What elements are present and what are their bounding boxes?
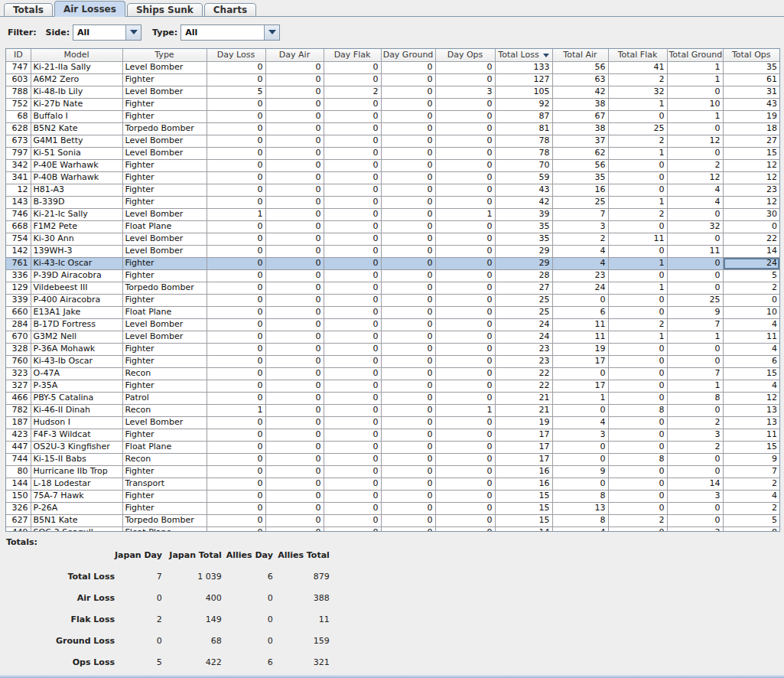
table-cell[interactable]: 0 xyxy=(207,526,265,532)
table-cell[interactable]: 0 xyxy=(381,98,435,110)
table-cell[interactable]: 423 xyxy=(6,429,31,441)
table-cell[interactable]: 80 xyxy=(6,465,31,478)
table-cell[interactable]: 0 xyxy=(207,233,265,245)
table-cell[interactable]: 0 xyxy=(552,441,608,453)
table-cell[interactable]: 746 xyxy=(6,208,31,220)
table-cell[interactable]: 0 xyxy=(324,490,381,502)
table-cell[interactable]: Torpedo Bomber xyxy=(122,282,207,294)
table-cell[interactable]: Fighter xyxy=(122,269,207,282)
table-cell[interactable]: Hudson I xyxy=(31,416,122,429)
table-cell[interactable]: 0 xyxy=(265,416,324,429)
table-cell[interactable]: 0 xyxy=(324,306,381,318)
table-cell[interactable]: 0 xyxy=(381,159,435,171)
table-cell[interactable]: 0 xyxy=(435,441,495,453)
table-cell[interactable]: 14 xyxy=(667,478,723,490)
table-cell[interactable]: Ki-27b Nate xyxy=(31,98,122,110)
table-cell[interactable]: 0 xyxy=(608,478,667,490)
table-cell[interactable]: 4 xyxy=(723,343,779,355)
table-cell[interactable]: 4 xyxy=(667,196,723,208)
table-cell[interactable]: 62 xyxy=(552,147,608,159)
table-cell[interactable]: 0 xyxy=(207,171,265,184)
table-cell[interactable]: 4 xyxy=(667,184,723,196)
table-cell[interactable]: Level Bomber xyxy=(122,416,207,429)
table-cell[interactable]: 0 xyxy=(381,441,435,453)
table-cell[interactable]: 0 xyxy=(207,392,265,404)
table-cell[interactable]: 7 xyxy=(552,208,608,220)
table-row[interactable]: 627B5N1 KateTorpedo Bomber00000158205 xyxy=(6,514,779,526)
table-cell[interactable]: 0 xyxy=(324,269,381,282)
table-cell[interactable]: 1 xyxy=(667,331,723,343)
table-cell[interactable]: 0 xyxy=(265,453,324,465)
table-cell[interactable]: 1 xyxy=(207,404,265,416)
table-cell[interactable]: 0 xyxy=(608,441,667,453)
table-cell[interactable]: 0 xyxy=(435,514,495,526)
table-row[interactable]: 670G3M2 NellLevel Bomber0000024111111 xyxy=(6,331,779,343)
table-cell[interactable]: 0 xyxy=(435,526,495,532)
table-row[interactable]: 628B5N2 KateTorpedo Bomber00000813825018 xyxy=(6,122,779,135)
table-cell[interactable]: 0 xyxy=(552,453,608,465)
table-cell[interactable]: 4 xyxy=(552,416,608,429)
table-cell[interactable]: 9 xyxy=(552,465,608,478)
table-cell[interactable]: 0 xyxy=(667,233,723,245)
table-cell[interactable]: 0 xyxy=(324,478,381,490)
tab-air-losses[interactable]: Air Losses xyxy=(54,1,125,17)
table-cell[interactable]: P-400 Airacobra xyxy=(31,294,122,306)
table-cell[interactable]: 12 xyxy=(6,184,31,196)
table-cell[interactable]: 0 xyxy=(265,478,324,490)
table-cell[interactable]: 2 xyxy=(608,514,667,526)
table-cell[interactable]: Float Plane xyxy=(122,306,207,318)
table-row[interactable]: 144L-18 LodestarTransport000001600142 xyxy=(6,478,779,490)
table-cell[interactable]: 0 xyxy=(207,465,265,478)
table-row[interactable]: 447OS2U-3 KingfisherFloat Plane000001700… xyxy=(6,441,779,453)
table-cell[interactable]: 4 xyxy=(723,380,779,392)
table-cell[interactable]: 21 xyxy=(495,392,552,404)
table-cell[interactable]: 0 xyxy=(324,343,381,355)
table-cell[interactable]: 5 xyxy=(723,514,779,526)
table-cell[interactable]: 14 xyxy=(723,245,779,257)
table-cell[interactable]: 2 xyxy=(667,441,723,453)
table-cell[interactable]: 323 xyxy=(6,367,31,380)
table-cell[interactable]: 0 xyxy=(435,282,495,294)
table-cell[interactable]: 0 xyxy=(435,245,495,257)
table-cell[interactable]: 0 xyxy=(667,282,723,294)
table-cell[interactable]: 0 xyxy=(435,331,495,343)
table-cell[interactable]: 0 xyxy=(265,380,324,392)
table-cell[interactable]: 14 xyxy=(495,526,552,532)
table-cell[interactable]: 12 xyxy=(723,171,779,184)
table-cell[interactable]: 2 xyxy=(723,478,779,490)
table-cell[interactable]: Vildebeest III xyxy=(31,282,122,294)
table-cell[interactable]: 2 xyxy=(723,502,779,514)
table-cell[interactable]: 0 xyxy=(435,196,495,208)
table-cell[interactable]: 4 xyxy=(552,245,608,257)
table-cell[interactable]: 4 xyxy=(552,257,608,269)
table-cell[interactable]: 0 xyxy=(667,465,723,478)
table-cell[interactable]: 0 xyxy=(667,147,723,159)
table-cell[interactable]: 0 xyxy=(324,135,381,147)
table-cell[interactable]: 92 xyxy=(495,98,552,110)
table-cell[interactable]: A6M2 Zero xyxy=(31,73,122,86)
table-cell[interactable]: 0 xyxy=(324,380,381,392)
table-row[interactable]: 68Buffalo IFighter0000087670119 xyxy=(6,110,779,122)
table-cell[interactable]: 0 xyxy=(435,429,495,441)
table-cell[interactable]: 0 xyxy=(324,514,381,526)
column-header-total-ground[interactable]: Total Ground xyxy=(667,49,723,61)
table-cell[interactable]: 19 xyxy=(495,416,552,429)
table-cell[interactable]: 0 xyxy=(608,171,667,184)
table-cell[interactable]: 35 xyxy=(495,220,552,233)
table-cell[interactable]: 0 xyxy=(265,331,324,343)
table-cell[interactable]: 0 xyxy=(207,220,265,233)
table-cell[interactable]: 660 xyxy=(6,306,31,318)
table-cell[interactable]: 1 xyxy=(667,380,723,392)
table-cell[interactable]: 41 xyxy=(608,61,667,73)
table-cell[interactable]: 752 xyxy=(6,98,31,110)
table-cell[interactable]: 24 xyxy=(723,257,779,269)
table-cell[interactable]: 0 xyxy=(207,331,265,343)
table-cell[interactable]: 1 xyxy=(667,61,723,73)
table-cell[interactable]: Float Plane xyxy=(122,220,207,233)
table-cell[interactable]: 0 xyxy=(381,184,435,196)
table-cell[interactable]: 5 xyxy=(207,86,265,98)
table-cell[interactable]: 0 xyxy=(324,73,381,86)
table-cell[interactable]: 3 xyxy=(667,429,723,441)
table-cell[interactable]: 70 xyxy=(495,159,552,171)
table-cell[interactable]: 27 xyxy=(723,135,779,147)
